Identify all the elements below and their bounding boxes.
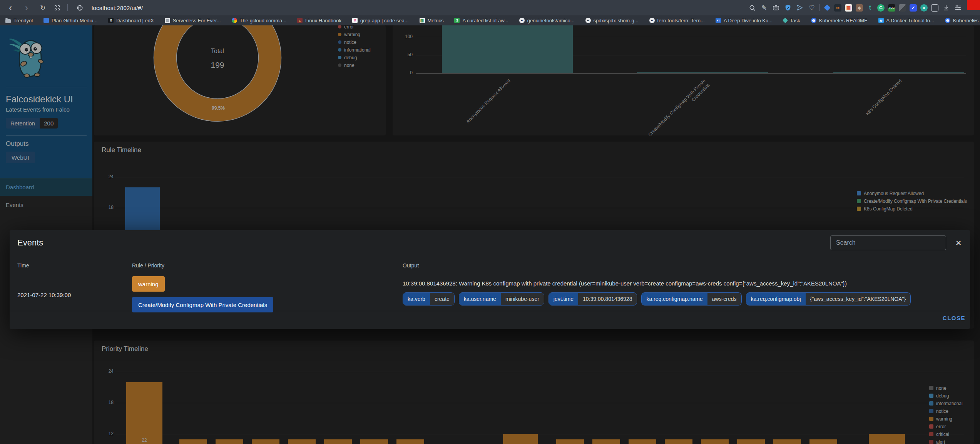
bookmark-label: A Deep Dive into Ku... xyxy=(724,18,773,23)
event-tag-chip[interactable]: jevt.time10:39:00.801436928 xyxy=(549,292,637,305)
bookmark-label: Kubernetes README xyxy=(819,18,868,23)
search-input[interactable] xyxy=(830,235,946,250)
bookmark-item[interactable]: ▤Serverless For Ever... xyxy=(165,18,221,23)
event-time: 2021-07-22 10:39:00 xyxy=(17,292,71,298)
column-header-rule-priority: Rule / Priority xyxy=(132,262,164,269)
close-icon[interactable]: × xyxy=(952,236,965,249)
bookmark-favicon-icon: X xyxy=(108,18,114,23)
bookmark-favicon-icon: ● xyxy=(649,18,655,23)
bookmark-label: tern-tools/tern: Tern... xyxy=(657,18,705,23)
bookmark-favicon-icon: ● xyxy=(519,18,525,23)
edit-icon[interactable]: ✎ xyxy=(760,3,768,12)
camera-icon[interactable] xyxy=(772,3,780,12)
tag-key: ka.req.configmap.obj xyxy=(746,293,806,305)
reload-icon[interactable]: ↻ xyxy=(38,3,47,12)
bookmark-item[interactable]: ▥Metrics xyxy=(420,18,444,23)
extension-cube-icon[interactable]: ◆ xyxy=(856,4,863,12)
bookmark-item[interactable]: Plan-Github-Mediu... xyxy=(43,18,97,23)
extension-gem-icon[interactable] xyxy=(823,4,831,12)
browser-toolbar: ‹ › ↻ localhost:2802/ui/#/ ✎ ♡ xyxy=(0,0,980,15)
bookmark-label: The gcloud comma... xyxy=(240,18,286,23)
bookmark-item[interactable]: SA curated list of aw... xyxy=(454,18,508,23)
bookmark-item[interactable]: ●tern-tools/tern: Tern... xyxy=(649,18,705,23)
event-tag-chip[interactable]: ka.verbcreate xyxy=(403,292,455,305)
dialog-divider xyxy=(10,311,970,311)
extension-wireframe-cube-icon[interactable] xyxy=(931,4,938,12)
bookmark-favicon-icon xyxy=(43,18,49,23)
extension-t-icon[interactable]: t xyxy=(866,4,874,12)
event-rule-chip[interactable]: Create/Modify Configmap With Private Cre… xyxy=(132,297,273,312)
send-icon[interactable] xyxy=(796,3,804,12)
bookmark-item[interactable]: Trendyol xyxy=(5,18,33,23)
forward-icon[interactable]: › xyxy=(22,3,31,12)
bookmark-item[interactable]: Task xyxy=(783,18,800,23)
bookmark-favicon-icon: ▤ xyxy=(165,18,170,23)
extension-darkcube-icon[interactable] xyxy=(899,4,906,12)
tag-value: create xyxy=(430,293,454,305)
close-button[interactable]: CLOSE xyxy=(943,315,965,321)
bookmark-favicon-icon: ▥ xyxy=(420,18,425,23)
address-bar[interactable]: localhost:2802/ui/#/ xyxy=(92,5,143,11)
settings-sliders-icon[interactable] xyxy=(954,3,962,12)
extension-owl-icon[interactable]: ●● xyxy=(834,4,841,12)
bookmark-label: Plan-Github-Mediu... xyxy=(52,18,97,23)
bookmark-item[interactable]: ●spdx/spdx-sbom-g... xyxy=(585,18,639,23)
bookmarks-list: TrendyolPlan-Github-Mediu...XDashboard |… xyxy=(5,18,980,23)
bookmark-item[interactable]: ☸Kubernetes README xyxy=(811,18,868,23)
bookmarks-overflow-icon[interactable]: » xyxy=(972,17,975,24)
bookmark-label: spdx/spdx-sbom-g... xyxy=(594,18,639,23)
event-tag-chip[interactable]: ka.user.nameminikube-user xyxy=(459,292,544,305)
tag-value: aws-creds xyxy=(707,293,741,305)
extension-a-icon[interactable]: a xyxy=(920,4,928,12)
heart-icon[interactable]: ♡ xyxy=(808,3,816,12)
event-priority-chip[interactable]: warning xyxy=(132,276,165,292)
extension-toc-icon[interactable]: TOC xyxy=(888,4,895,12)
bookmark-item[interactable]: FTA Deep Dive into Ku... xyxy=(716,18,773,23)
shield-icon[interactable] xyxy=(784,3,792,12)
events-dialog-title: Events xyxy=(17,238,43,248)
events-dialog: Events × Time Rule / Priority Output 202… xyxy=(10,230,970,329)
back-icon[interactable]: ‹ xyxy=(6,3,15,12)
bookmark-label: Dashboard | edX xyxy=(116,18,154,23)
bookmark-label: genuinetools/amico... xyxy=(527,18,575,23)
bookmark-item[interactable]: //grep.app | code sea... xyxy=(352,18,409,23)
tag-value: 10:39:00.801436928 xyxy=(578,293,637,305)
bookmark-label: Linux Handbook xyxy=(305,18,341,23)
bookmark-label: Metrics xyxy=(428,18,444,23)
bookmark-item[interactable]: ●genuinetools/amico... xyxy=(519,18,575,23)
bookmark-label: A curated list of aw... xyxy=(462,18,508,23)
bookmark-label: Kubernetes News xyxy=(953,18,980,23)
bookmark-label: Trendyol xyxy=(13,18,33,23)
event-output-text: 10:39:00.801436928: Warning K8s configma… xyxy=(403,280,949,287)
search-icon[interactable] xyxy=(748,3,756,12)
bookmark-label: A Docker Tutorial fo... xyxy=(886,18,934,23)
bookmark-favicon-icon: FT xyxy=(716,18,721,23)
download-icon[interactable] xyxy=(942,3,950,12)
tag-value: minikube-user xyxy=(501,293,544,305)
bookmark-item[interactable]: ≋A Docker Tutorial fo... xyxy=(878,18,934,23)
site-globe-icon[interactable] xyxy=(75,3,84,12)
tab-tiling-icon[interactable] xyxy=(55,5,60,10)
bookmark-label: Serverless For Ever... xyxy=(173,18,221,23)
bookmark-item[interactable]: XDashboard | edX xyxy=(108,18,154,23)
column-header-time: Time xyxy=(17,262,29,269)
bookmark-favicon-icon: ▲ xyxy=(297,18,303,23)
bookmark-favicon-icon: ● xyxy=(585,18,591,23)
bookmark-item[interactable]: The gcloud comma... xyxy=(232,18,286,23)
event-tag-chip[interactable]: ka.req.configmap.nameaws-creds xyxy=(641,292,741,305)
toolbar-extensions: ✎ ♡ ●● ▦ ◆ t G TOC ✓ a xyxy=(748,0,962,15)
bookmark-favicon-icon: ≋ xyxy=(878,18,884,23)
extension-sitemap-icon[interactable]: ▦ xyxy=(845,4,852,12)
event-tag-chip[interactable]: ka.req.configmap.obj{"aws_access_key_id"… xyxy=(746,292,911,305)
extension-grammarly-icon[interactable]: G xyxy=(877,4,885,12)
tag-key: jevt.time xyxy=(549,293,578,305)
falcosidekick-page: Falcosidekick UI Latest Events from Falc… xyxy=(0,25,980,444)
bookmark-favicon-icon xyxy=(232,18,237,23)
bookmark-favicon-icon: ☸ xyxy=(811,18,816,23)
bookmark-label: Task xyxy=(790,18,800,23)
toolbar-separator xyxy=(819,4,820,11)
bookmark-item[interactable]: ▲Linux Handbook xyxy=(297,18,341,23)
recording-indicator xyxy=(967,0,980,10)
tag-value: {"aws_access_key_id":"AKES20LNOA"} xyxy=(806,293,911,305)
extension-check-icon[interactable]: ✓ xyxy=(910,4,917,12)
